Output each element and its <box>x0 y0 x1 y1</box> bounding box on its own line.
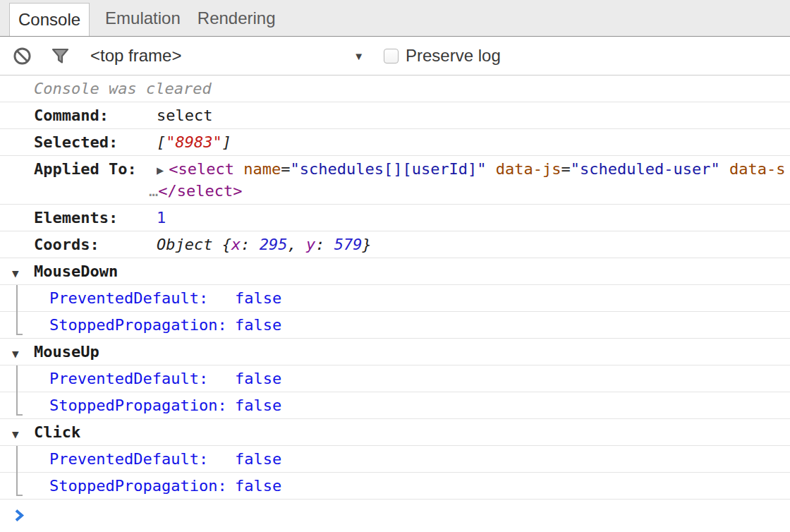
log-value: false <box>235 288 790 308</box>
log-label: Selected: <box>34 132 157 152</box>
tab-rendering[interactable]: Rendering <box>189 0 284 36</box>
dom-node-open-tag: <select name="schedules[][userId]" data-… <box>169 160 785 178</box>
tab-console[interactable]: Console <box>9 3 90 36</box>
console-messages: Console was cleared Command: select Sele… <box>0 75 790 527</box>
tab-rendering-label: Rendering <box>198 8 276 28</box>
group-title-click[interactable]: ▼ Click <box>0 419 790 446</box>
log-row-elements: Elements: 1 <box>0 205 790 231</box>
filter-icon[interactable] <box>51 47 70 65</box>
log-value: false <box>235 476 790 496</box>
log-label: PreventedDefault: <box>49 449 235 469</box>
disclosure-triangle-expanded-icon[interactable]: ▼ <box>12 344 19 364</box>
group-title-mouseup[interactable]: ▼ MouseUp <box>0 339 790 365</box>
disclosure-triangle-expanded-icon[interactable]: ▼ <box>12 424 19 445</box>
disclosure-triangle-collapsed-icon[interactable]: ▶ <box>157 163 164 177</box>
group-indent-guide <box>16 446 23 496</box>
dom-node-preview-line2: …</select> <box>149 181 790 201</box>
group-children-click: PreventedDefault: false StoppedPropagati… <box>0 446 790 500</box>
chevron-down-icon: ▼ <box>353 50 364 62</box>
log-label: StoppedPropagation: <box>49 315 235 335</box>
log-label: StoppedPropagation: <box>49 395 235 416</box>
group-title-label: MouseUp <box>34 341 99 362</box>
console-toolbar: <top frame> ▼ Preserve log <box>0 37 790 75</box>
group-title-mousedown[interactable]: ▼ MouseDown <box>0 258 790 285</box>
dom-node-preview[interactable]: ▶<select name="schedules[][userId]" data… <box>157 159 790 201</box>
clear-console-icon[interactable] <box>13 47 32 66</box>
log-value: false <box>235 395 790 416</box>
group-children-mouseup: PreventedDefault: false StoppedPropagati… <box>0 365 790 419</box>
log-row-stopped-propagation: StoppedPropagation: false <box>0 312 790 339</box>
preserve-log-label[interactable]: Preserve log <box>406 46 501 66</box>
dom-node-preview-line1: ▶<select name="schedules[][userId]" data… <box>157 159 790 181</box>
log-row-command: Command: select <box>0 102 790 129</box>
preserve-log-checkbox[interactable] <box>384 49 399 64</box>
log-label: Command: <box>34 105 157 126</box>
console-cleared-message: Console was cleared <box>0 75 790 102</box>
log-value-number: 1 <box>157 207 790 228</box>
log-row-stopped-propagation: StoppedPropagation: false <box>0 473 790 500</box>
log-label: StoppedPropagation: <box>49 476 235 496</box>
group-indent-guide <box>16 285 23 335</box>
execution-context-selector[interactable]: <top frame> ▼ <box>90 46 364 66</box>
tab-emulation[interactable]: Emulation <box>97 0 189 36</box>
log-value: false <box>235 368 790 389</box>
log-row-prevented-default: PreventedDefault: false <box>0 365 790 392</box>
log-value: select <box>157 105 790 126</box>
log-value: false <box>235 449 790 469</box>
group-children-mousedown: PreventedDefault: false StoppedPropagati… <box>0 285 790 339</box>
log-label: PreventedDefault: <box>49 368 235 389</box>
log-value: false <box>235 315 790 335</box>
group-indent-guide <box>16 365 23 416</box>
object-preview[interactable]: Object {x: 295, y: 579} <box>157 234 790 255</box>
disclosure-triangle-expanded-icon[interactable]: ▼ <box>12 263 19 284</box>
console-prompt[interactable] <box>0 500 790 527</box>
log-row-prevented-default: PreventedDefault: false <box>0 446 790 473</box>
log-row-stopped-propagation: StoppedPropagation: false <box>0 392 790 419</box>
log-row-coords: Coords: Object {x: 295, y: 579} <box>0 231 790 258</box>
log-value-array[interactable]: ["8983"] <box>157 132 790 152</box>
log-label: Elements: <box>34 207 157 228</box>
log-row-selected: Selected: ["8983"] <box>0 129 790 156</box>
console-prompt-chevron-icon <box>14 508 25 526</box>
execution-context-value: <top frame> <box>90 46 181 66</box>
group-title-label: MouseDown <box>34 261 118 282</box>
tab-emulation-label: Emulation <box>105 8 181 28</box>
log-label: Applied To: <box>34 159 157 179</box>
log-label: PreventedDefault: <box>49 288 235 308</box>
log-row-applied-to: Applied To: ▶<select name="schedules[][u… <box>0 156 790 205</box>
log-row-prevented-default: PreventedDefault: false <box>0 285 790 312</box>
devtools-tab-bar: Console Emulation Rendering <box>0 0 790 37</box>
log-label: Coords: <box>34 234 157 255</box>
group-title-label: Click <box>34 422 80 442</box>
tab-console-label: Console <box>18 10 80 30</box>
